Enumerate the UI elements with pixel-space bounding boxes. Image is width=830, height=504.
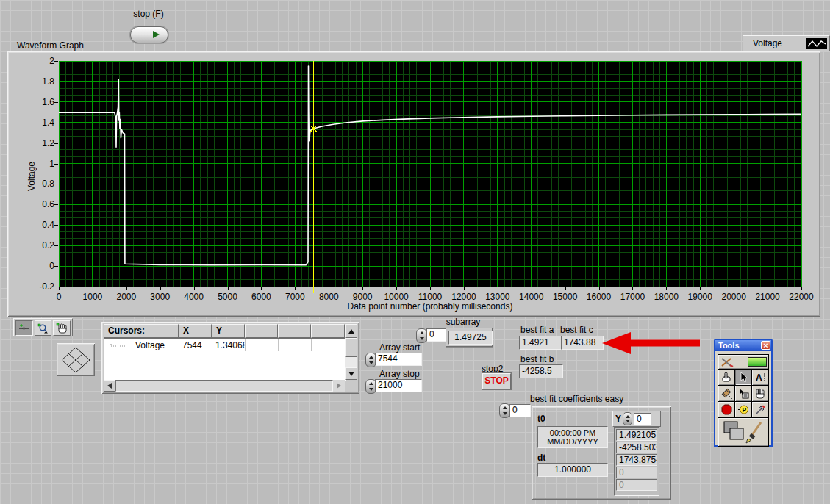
cursor-table-header-cell[interactable]: Cursors: xyxy=(104,324,179,338)
stop-octagon-icon xyxy=(721,404,732,415)
best-fit-a-label: best fit a xyxy=(520,325,554,335)
hscroll-track[interactable] xyxy=(115,380,333,392)
cluster-index-spinner[interactable] xyxy=(499,403,510,418)
array-start-field[interactable]: 7544 xyxy=(375,353,422,366)
x-tick-label: 13000 xyxy=(479,292,516,302)
y-tick-label: 1.4 xyxy=(22,118,54,128)
y-array-values: 1.492105-4258.50321743.875400 xyxy=(614,427,659,496)
x-tick-label: 6000 xyxy=(243,292,279,302)
cursor-mover-pad[interactable] xyxy=(57,343,95,376)
x-tick-mark xyxy=(396,287,397,290)
x-tick-label: 21000 xyxy=(749,292,786,302)
red-annotation-arrow xyxy=(601,331,701,356)
best-fit-b-label: best fit b xyxy=(520,354,554,364)
cursor-row[interactable]: Voltage75441.34068 xyxy=(104,339,346,351)
menu-arrow-icon xyxy=(737,388,749,399)
array-stop-field[interactable]: 21000 xyxy=(375,379,422,392)
tools-palette-window: Tools × A xyxy=(714,339,773,447)
crosshair-icon xyxy=(18,323,29,334)
stop-button[interactable] xyxy=(130,26,168,43)
cursor-table-header-cell[interactable] xyxy=(245,324,278,338)
hand-icon xyxy=(56,323,68,334)
y-array-element: 1743.8754 xyxy=(616,454,657,466)
cursor-y-value: 1.34068 xyxy=(212,339,246,351)
plot-legend[interactable]: Voltage xyxy=(743,35,830,51)
t0-value: 00:00:00 PM MM/DD/YYYY xyxy=(537,426,608,448)
graph-title: Waveform Graph xyxy=(17,40,84,51)
x-axis-title: Data point number (probably milliseconds… xyxy=(320,301,540,312)
cursor-table-header-cell[interactable] xyxy=(311,324,345,338)
y-array-element: 0 xyxy=(616,467,657,478)
cursor-tool-button[interactable] xyxy=(15,320,33,336)
scroll-up-button[interactable] xyxy=(345,324,357,338)
subarray-index-spinner[interactable] xyxy=(416,328,427,343)
position-select-tool[interactable] xyxy=(735,370,751,385)
stop2-button[interactable]: STOP xyxy=(482,373,511,389)
open-hand-icon xyxy=(754,388,766,399)
cursor-empty-cell xyxy=(246,339,279,351)
cursor-empty-cell xyxy=(312,339,346,351)
diamond-icon xyxy=(60,346,91,374)
probe-tool[interactable]: P xyxy=(735,402,751,417)
dt-label: dt xyxy=(537,453,545,463)
x-tick-label: 9000 xyxy=(344,292,381,302)
y-tick-mark xyxy=(54,61,58,62)
tools-titlebar[interactable]: Tools × xyxy=(715,340,771,351)
decrement-icon xyxy=(369,388,373,391)
x-tick-label: 3000 xyxy=(142,292,179,302)
x-tick-label: 20000 xyxy=(715,292,752,302)
left-arrow-icon xyxy=(107,383,112,389)
y-array-index-control: Y 0 xyxy=(612,411,661,427)
y-array-spinner[interactable] xyxy=(623,412,632,425)
horizontal-scrollbar[interactable] xyxy=(104,380,345,392)
x-tick-label: 7000 xyxy=(276,292,313,302)
subarray-indicator-frame: 1.49725 xyxy=(446,328,493,347)
get-color-tool[interactable] xyxy=(752,402,768,417)
set-color-tool[interactable] xyxy=(718,418,768,446)
x-tick-label: 15000 xyxy=(547,292,584,302)
right-arrow-icon xyxy=(337,383,341,389)
cursor-table-header-cell[interactable]: X xyxy=(179,324,212,338)
y-tick-mark xyxy=(54,287,58,287)
cursor-table-header-cell[interactable] xyxy=(278,324,311,338)
x-tick-mark xyxy=(532,287,532,290)
x-tick-mark xyxy=(295,287,296,290)
edit-text-tool[interactable]: A xyxy=(752,370,768,385)
vertical-scrollbar[interactable] xyxy=(345,338,357,380)
scroll-down-button[interactable] xyxy=(345,367,357,380)
zoom-tool-button[interactable] xyxy=(35,320,52,336)
breakpoint-tool[interactable] xyxy=(718,402,734,417)
y-tick-mark xyxy=(54,102,58,103)
tools-grid: A xyxy=(718,354,769,447)
increment-icon xyxy=(369,356,373,359)
operate-value-tool[interactable] xyxy=(718,370,734,385)
scroll-window-tool[interactable] xyxy=(752,386,768,401)
cursor-legend-table: Cursors:XY Voltage75441.34068 xyxy=(101,322,359,394)
y-tick-mark xyxy=(54,123,58,123)
y-array-index-field[interactable]: 0 xyxy=(634,413,651,425)
cursor-table-header-cell[interactable]: Y xyxy=(212,324,245,338)
auto-tool-select-button[interactable] xyxy=(718,355,768,369)
decrement-icon xyxy=(420,337,424,340)
y-array-element: -4258.5032 xyxy=(616,442,657,453)
down-arrow-icon xyxy=(348,372,354,376)
dt-value: 1.000000 xyxy=(537,463,608,477)
waveform-graph: Voltage Data point number (probably mill… xyxy=(7,51,820,317)
x-tick-mark xyxy=(59,287,60,290)
cluster-index-field[interactable]: 0 xyxy=(509,404,531,417)
best-fit-c-value: 1743.88 xyxy=(561,336,604,350)
x-tick-mark xyxy=(565,287,566,290)
x-tick-mark xyxy=(801,287,802,290)
close-icon[interactable]: × xyxy=(761,341,770,350)
y-array-element: 0 xyxy=(616,479,657,491)
connect-wire-tool[interactable] xyxy=(718,386,734,401)
scroll-right-button[interactable] xyxy=(333,380,345,392)
t0-label: t0 xyxy=(537,414,545,424)
best-fit-a-value: 1.4921 xyxy=(519,336,563,350)
shortcut-menu-tool[interactable] xyxy=(735,386,751,401)
plot-area[interactable] xyxy=(59,61,801,287)
run-arrow-icon xyxy=(153,31,160,38)
pan-tool-button[interactable] xyxy=(53,320,71,336)
scrollbar-thumb[interactable] xyxy=(345,338,357,357)
scroll-left-button[interactable] xyxy=(104,380,115,392)
